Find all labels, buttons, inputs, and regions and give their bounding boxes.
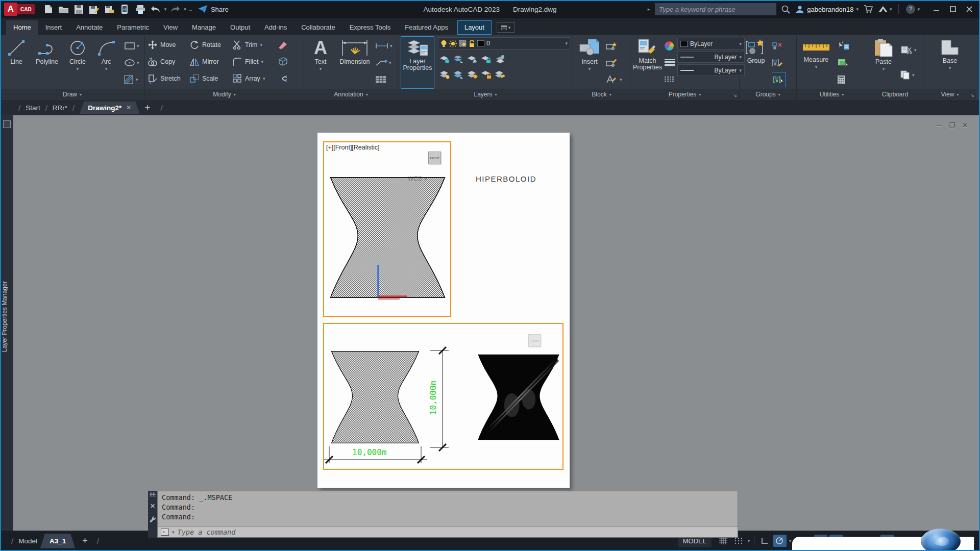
lineweight-button[interactable] (665, 55, 675, 70)
copy-clip-button[interactable]: ▾ (900, 67, 917, 83)
edit-attributes-button[interactable]: ▾ (606, 72, 622, 87)
group-edit-button[interactable] (772, 55, 786, 70)
command-close-icon[interactable]: ✕ (150, 503, 155, 510)
arc-dropdown-icon[interactable]: ▾ (105, 66, 108, 71)
view-dialog-launcher[interactable]: ↘ (970, 93, 974, 98)
layer-properties-button[interactable]: LayerProperties (401, 36, 434, 89)
qat-customize-button[interactable]: ⌄ (188, 6, 193, 13)
linetype-dropdown[interactable]: ByLayer ▾ (677, 51, 745, 63)
layer-off-button[interactable] (439, 55, 451, 64)
layer-lock-button[interactable] (481, 55, 492, 64)
command-window-grip[interactable]: ✕ (148, 491, 157, 538)
tab-layout[interactable]: Layout (457, 20, 492, 35)
copy-clip-dropdown-icon[interactable]: ▾ (912, 72, 915, 78)
linear-dimension-button[interactable]: ▾ (375, 38, 393, 54)
edit-attributes-dropdown-icon[interactable]: ▾ (620, 77, 622, 82)
arc-button[interactable]: Arc ▾ (92, 36, 120, 89)
group-button[interactable]: Group (742, 36, 770, 89)
snap-dropdown-icon[interactable]: ▾ (748, 539, 750, 543)
viewport-controls-label[interactable]: [+][Front][Realistic] (326, 144, 380, 151)
file-tab-drawing2[interactable]: Drawing2* ✕ (80, 102, 139, 114)
trim-dropdown-icon[interactable]: ▾ (260, 42, 263, 47)
search-input[interactable]: Type a keyword or phrase (655, 3, 776, 15)
plot-button[interactable] (134, 3, 147, 16)
layer-state-button[interactable] (495, 70, 506, 79)
array-dropdown-icon[interactable]: ▾ (263, 76, 265, 81)
layer-prev-button[interactable] (453, 70, 464, 79)
dimension-width-text[interactable]: 10,000m (352, 447, 386, 457)
layout-tab-a3-1[interactable]: A3_1 (40, 534, 75, 548)
create-block-button[interactable] (606, 38, 622, 54)
drawing-canvas[interactable]: Layer Properties Manager — ❐ ✕ [+][Front… (0, 115, 980, 531)
tab-annotate[interactable]: Annotate (69, 20, 110, 35)
command-input[interactable]: >_ ▾ Type a command (158, 526, 738, 537)
polar-tracking-toggle[interactable] (773, 535, 787, 547)
app-store-button[interactable] (864, 5, 873, 13)
scale-button[interactable]: Scale (189, 73, 232, 84)
layer-dropdown[interactable]: 0 ▾ (438, 37, 570, 49)
trim-button[interactable]: Trim ▾ (232, 40, 277, 50)
panel-properties-footer[interactable]: Properties▾ ↘ (630, 89, 739, 100)
table-button[interactable] (375, 72, 393, 87)
file-tab-start[interactable]: Start (26, 104, 40, 112)
tab-collaborate[interactable]: Collaborate (294, 20, 342, 35)
color-wheel-button[interactable] (665, 38, 675, 54)
viewcube[interactable]: FRONT (428, 152, 441, 164)
viewcube-front-face[interactable]: FRONT (430, 157, 439, 160)
open-file-button[interactable] (57, 3, 70, 16)
tab-manage[interactable]: Manage (185, 20, 223, 35)
panel-annotation-footer[interactable]: Annotation▾ (304, 89, 398, 100)
measure-button[interactable]: Measure ▾ (799, 36, 833, 89)
viewcube-2-front-face[interactable]: FRONT (530, 339, 540, 342)
save-as-button[interactable] (88, 3, 101, 16)
tab-featured-apps[interactable]: Featured Apps (398, 20, 455, 35)
drawing-close-button[interactable]: ✕ (962, 121, 968, 129)
redo-button[interactable] (168, 3, 182, 16)
base-dropdown-icon[interactable]: ▾ (949, 65, 951, 70)
stretch-button[interactable]: Stretch (148, 73, 189, 84)
tab-add-ins[interactable]: Add-ins (257, 20, 294, 35)
redo-dropdown[interactable]: ▾ (184, 7, 186, 12)
tab-home[interactable]: Home (6, 20, 38, 35)
layer-properties-manager-tab[interactable]: Layer Properties Manager (1, 263, 13, 370)
text-button[interactable]: A Text ▾ (307, 36, 334, 89)
quick-calc-button[interactable] (837, 72, 849, 87)
drawing-minimize-button[interactable]: — (935, 121, 942, 129)
fillet-dropdown-icon[interactable]: ▾ (261, 59, 263, 64)
circle-dropdown-icon[interactable]: ▾ (77, 66, 79, 71)
search-button[interactable] (781, 5, 790, 14)
copy-button[interactable]: Copy (148, 57, 189, 67)
line-button[interactable]: Line (3, 36, 30, 89)
undo-button[interactable] (149, 3, 162, 16)
new-file-button[interactable] (42, 3, 55, 16)
object-color-dropdown[interactable]: ByLayer ▾ (677, 38, 745, 49)
select-similar-button[interactable] (837, 55, 849, 70)
command-customize-wrench-icon[interactable] (150, 516, 156, 523)
tab-view[interactable]: View (156, 20, 185, 35)
cut-dropdown-icon[interactable]: ▾ (914, 47, 917, 53)
notification-popup[interactable] (792, 537, 974, 551)
tab-parametric[interactable]: Parametric (110, 20, 156, 35)
quick-select-button[interactable] (837, 38, 849, 54)
cut-button[interactable]: ▾ (900, 42, 917, 58)
measure-dropdown-icon[interactable]: ▾ (815, 64, 818, 69)
dimension-height-text[interactable]: 10,000m (428, 381, 438, 415)
layer-thaw-button[interactable] (467, 70, 478, 79)
move-button[interactable]: Move (148, 40, 189, 50)
panel-clipboard-footer[interactable]: Clipboard (867, 89, 923, 100)
match-properties-button[interactable]: MatchProperties (633, 36, 662, 89)
polar-dropdown-icon[interactable]: ▾ (789, 539, 791, 543)
maximize-button[interactable] (945, 3, 961, 16)
layer-unlock-all-button[interactable] (481, 70, 492, 79)
ribbon-display-toggle[interactable]: ▾ (497, 22, 515, 33)
command-recent-dropdown-icon[interactable]: ▾ (172, 530, 175, 535)
palette-anchor-icon[interactable] (3, 120, 11, 128)
hatch-dropdown-icon[interactable]: ▾ (136, 77, 138, 82)
open-from-mobile-button[interactable] (118, 3, 132, 16)
leader-button[interactable]: ▾ (375, 55, 393, 70)
panel-block-footer[interactable]: Block▾ (573, 89, 630, 100)
offset-button[interactable] (277, 74, 290, 83)
ellipse-button[interactable]: ▾ (124, 55, 139, 70)
autodesk-menu[interactable]: ▾ (878, 6, 892, 13)
rectangle-button[interactable]: ▾ (124, 38, 139, 54)
